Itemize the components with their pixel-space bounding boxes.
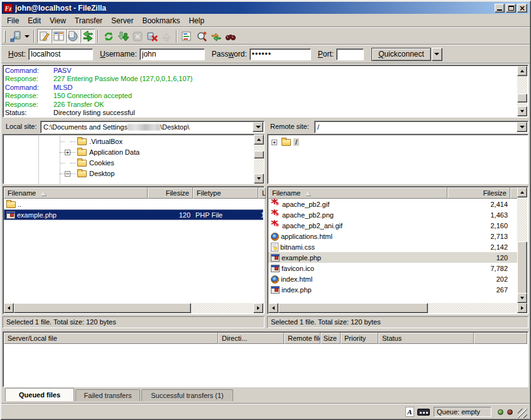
scroll-right-button[interactable] <box>517 303 527 313</box>
quickconnect-button[interactable]: Quickconnect <box>371 48 431 61</box>
folder-icon <box>77 170 87 177</box>
tab-queued-files[interactable]: Queued files <box>5 388 74 401</box>
scrollbar-thumb[interactable] <box>14 303 191 313</box>
remote-list-hscrollbar[interactable] <box>268 303 527 313</box>
file-row[interactable]: applications.html 2,713 <box>268 231 517 241</box>
tab-successful-transfers[interactable]: Successful transfers (1) <box>141 389 233 401</box>
menu-view[interactable]: View <box>45 15 70 26</box>
local-site-combo[interactable]: C:\Documents and Settings\Desktop\ <box>40 121 265 133</box>
file-row-selected[interactable]: example.php 120 <box>268 252 517 263</box>
scrollbar-thumb[interactable] <box>278 303 428 313</box>
menu-edit[interactable]: Edit <box>23 15 45 26</box>
log-scrollbar[interactable] <box>517 66 527 116</box>
scroll-down-button[interactable] <box>517 106 527 116</box>
tree-item-desktop[interactable]: − Desktop <box>60 169 114 179</box>
file-row[interactable]: bitnami.css 2,142 <box>268 241 517 252</box>
scroll-left-button[interactable] <box>4 303 14 313</box>
tree-item-root[interactable]: + / <box>271 137 299 147</box>
scroll-up-button[interactable] <box>254 135 264 145</box>
file-row[interactable]: apache_pb2.png 1,463 <box>268 209 517 220</box>
scroll-down-button[interactable] <box>517 293 527 303</box>
column-header-server-local-file[interactable]: Server/Local file <box>4 333 218 344</box>
quickconnect-dropdown-button[interactable] <box>432 48 442 61</box>
menu-bookmarks[interactable]: Bookmarks <box>138 15 184 26</box>
site-manager-button[interactable] <box>8 29 23 43</box>
column-header-filetype[interactable]: Filetype <box>193 187 258 199</box>
maximize-button[interactable] <box>506 4 516 13</box>
scroll-right-button[interactable] <box>253 303 263 313</box>
tree-item-application-data[interactable]: + Application Data <box>60 147 140 157</box>
censored-username <box>128 124 160 131</box>
remote-list-vscrollbar[interactable] <box>517 187 527 303</box>
column-header-filesize[interactable]: Filesize <box>148 187 193 199</box>
toggle-transfer-queue-button[interactable] <box>80 29 95 43</box>
tree-expander-plus[interactable]: + <box>271 140 277 145</box>
menu-help[interactable]: Help <box>184 15 209 26</box>
scrollbar-thumb[interactable] <box>254 151 264 158</box>
column-header-status[interactable]: Status <box>378 333 474 344</box>
speed-limits-icon[interactable] <box>417 409 430 416</box>
scroll-up-button[interactable] <box>517 187 527 197</box>
column-header-filename[interactable]: Filename <box>268 187 447 199</box>
filter-button[interactable] <box>180 29 194 43</box>
menu-file[interactable]: File <box>3 15 23 26</box>
file-row[interactable]: index.php 267 <box>268 284 517 295</box>
toggle-remote-tree-button[interactable] <box>66 29 80 43</box>
reconnect-button[interactable] <box>159 29 173 43</box>
close-button[interactable]: × <box>517 4 527 13</box>
folder-icon <box>77 149 87 156</box>
scrollbar-thumb[interactable] <box>517 241 527 294</box>
directory-comparison-button[interactable] <box>194 29 209 43</box>
window-resize-grip[interactable] <box>518 409 527 418</box>
cancel-button[interactable] <box>130 29 145 43</box>
disconnect-button[interactable] <box>145 29 159 43</box>
tree-item-virtualbox[interactable]: .VirtualBox <box>60 136 123 146</box>
file-row[interactable]: favicon.ico 7,782 <box>268 263 517 274</box>
file-row-parent-dir[interactable]: .. <box>4 199 263 209</box>
synchronized-browsing-button[interactable] <box>209 29 223 43</box>
host-input[interactable] <box>28 48 93 60</box>
remote-site-combo[interactable]: / <box>314 121 528 133</box>
toggle-local-tree-button[interactable] <box>52 29 66 43</box>
minimize-button[interactable] <box>495 4 505 13</box>
local-site-dropdown-button[interactable] <box>253 122 263 132</box>
username-input[interactable] <box>140 48 205 60</box>
scroll-down-button[interactable] <box>254 174 264 184</box>
refresh-button[interactable] <box>101 29 116 43</box>
column-header-last-modified[interactable]: L <box>258 187 266 199</box>
find-files-button[interactable] <box>223 29 238 43</box>
maximize-icon <box>508 6 514 11</box>
menu-server[interactable]: Server <box>107 15 138 26</box>
file-row[interactable]: index.html 202 <box>268 274 517 284</box>
local-tree-scrollbar[interactable] <box>254 135 264 184</box>
column-header-priority[interactable]: Priority <box>341 333 378 344</box>
tab-failed-transfers[interactable]: Failed transfers <box>75 389 140 401</box>
scroll-up-button[interactable] <box>517 66 527 76</box>
site-manager-dropdown-button[interactable] <box>23 30 31 43</box>
password-input[interactable] <box>249 48 311 60</box>
tree-expander-minus[interactable]: − <box>65 171 70 177</box>
css-file-icon <box>271 243 278 251</box>
folder-icon <box>77 138 87 145</box>
menu-transfer[interactable]: Transfer <box>70 15 107 26</box>
toggle-message-log-button[interactable] <box>37 29 52 43</box>
column-header-filesize[interactable]: Filesize <box>447 187 510 199</box>
toolbar-grip[interactable] <box>4 30 6 43</box>
tree-item-cookies[interactable]: Cookies <box>60 158 114 168</box>
scrollbar-thumb[interactable] <box>517 94 527 102</box>
file-row[interactable]: apache_pb2_ani.gif 2,160 <box>268 220 517 231</box>
port-input[interactable] <box>336 48 364 60</box>
file-row-example-php[interactable]: example.php 120 PHP File 1 <box>4 209 263 220</box>
column-header-filename[interactable]: Filename <box>4 187 148 199</box>
tree-expander-plus[interactable]: + <box>65 150 70 155</box>
scroll-left-button[interactable] <box>268 303 278 313</box>
column-header-direction[interactable]: Directi... <box>218 333 284 344</box>
column-header-size[interactable]: Size <box>320 333 341 344</box>
ascii-data-type-icon[interactable]: A <box>405 407 414 417</box>
column-header-remote-file[interactable]: Remote file <box>284 333 320 344</box>
local-list-hscrollbar[interactable] <box>4 303 263 313</box>
file-row[interactable]: apache_pb2.gif 2,414 <box>268 199 517 209</box>
remote-site-dropdown-button[interactable] <box>517 122 527 132</box>
filezilla-app-icon[interactable]: Fz <box>4 4 13 13</box>
process-queue-button[interactable] <box>116 29 130 43</box>
